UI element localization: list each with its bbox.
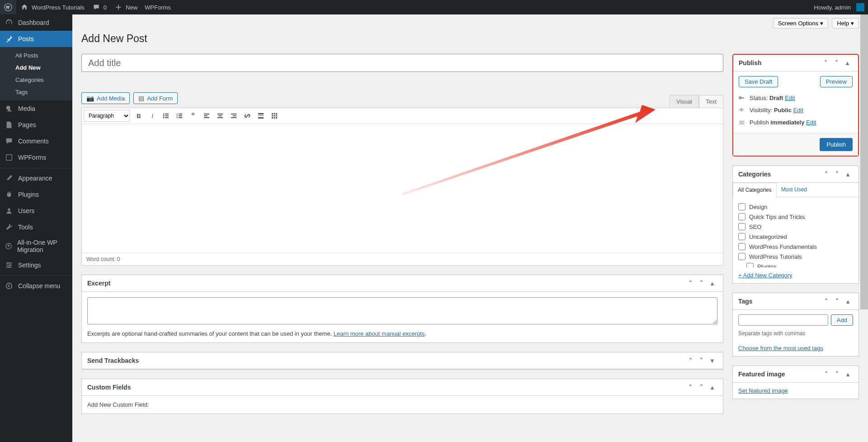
toggle-icon[interactable]: ▴	[842, 298, 853, 305]
account-link[interactable]: Howdy, admin	[811, 0, 868, 14]
menu-plugins[interactable]: Plugins	[0, 186, 72, 203]
add-new-category-link[interactable]: + Add New Category	[738, 272, 793, 279]
set-featured-link[interactable]: Set featured image	[738, 387, 788, 394]
post-title-input[interactable]	[81, 54, 723, 72]
wp-logo[interactable]	[0, 0, 16, 14]
svg-rect-26	[217, 117, 223, 118]
text-tab[interactable]: Text	[699, 95, 723, 108]
move-down-icon[interactable]: ˅	[831, 371, 842, 378]
move-up-icon[interactable]: ˄	[821, 298, 831, 305]
publish-button[interactable]: Publish	[820, 138, 853, 151]
edit-schedule-link[interactable]: Edit	[806, 119, 816, 126]
comments-link[interactable]: 0	[88, 0, 110, 14]
bold-button[interactable]: B	[132, 109, 145, 122]
move-down-icon[interactable]: ˅	[696, 384, 707, 391]
toggle-icon[interactable]: ▴	[842, 59, 853, 67]
align-left-button[interactable]	[200, 109, 213, 122]
edit-visibility-link[interactable]: Edit	[793, 107, 803, 114]
brush-icon	[5, 174, 14, 183]
save-draft-button[interactable]: Save Draft	[739, 76, 778, 87]
toolbar-toggle-button[interactable]	[268, 109, 281, 122]
collapse-icon	[5, 281, 14, 290]
submenu-tags[interactable]: Tags	[0, 86, 72, 98]
edit-status-link[interactable]: Edit	[785, 95, 795, 101]
menu-dashboard[interactable]: Dashboard	[0, 14, 72, 31]
tab-all-categories[interactable]: All Categories	[733, 183, 777, 197]
menu-users[interactable]: Users	[0, 203, 72, 219]
move-up-icon[interactable]: ˄	[685, 280, 696, 287]
site-link[interactable]: WordPress Tutorials	[16, 0, 88, 14]
move-down-icon[interactable]: ˅	[831, 171, 842, 178]
move-down-icon[interactable]: ˅	[696, 357, 707, 364]
menu-collapse[interactable]: Collapse menu	[0, 278, 72, 294]
category-item[interactable]: Quick Tips and Tricks	[738, 212, 853, 222]
menu-aiowp[interactable]: All-in-One WP Migration	[0, 235, 72, 257]
svg-point-1	[6, 106, 10, 110]
menu-comments[interactable]: Comments	[0, 133, 72, 149]
move-down-icon[interactable]: ˅	[831, 298, 842, 305]
category-item[interactable]: SEO	[738, 222, 853, 232]
toggle-icon[interactable]: ▾	[707, 357, 717, 364]
move-up-icon[interactable]: ˄	[820, 59, 831, 67]
menu-wpforms[interactable]: WPForms	[0, 149, 72, 166]
add-tag-button[interactable]: Add	[831, 314, 853, 326]
excerpt-learn-link[interactable]: Learn more about manual excerpts	[334, 330, 425, 337]
move-down-icon[interactable]: ˅	[696, 280, 707, 287]
move-up-icon[interactable]: ˄	[685, 357, 696, 364]
menu-tools[interactable]: Tools	[0, 219, 72, 235]
menu-media[interactable]: Media	[0, 100, 72, 117]
menu-pages[interactable]: Pages	[0, 117, 72, 133]
menu-posts[interactable]: Posts	[0, 31, 72, 47]
add-form-button[interactable]: ▤Add Form	[133, 92, 178, 104]
align-center-button[interactable]	[214, 109, 226, 122]
move-up-icon[interactable]: ˄	[821, 371, 831, 378]
featured-image-box: Featured image˄˅▴ Set featured image	[732, 366, 859, 399]
svg-point-13	[163, 117, 165, 119]
category-item[interactable]: Design	[738, 202, 853, 212]
toggle-icon[interactable]: ▴	[842, 371, 853, 378]
italic-button[interactable]: I	[146, 109, 159, 122]
menu-appearance[interactable]: Appearance	[0, 170, 72, 186]
submenu-all-posts[interactable]: All Posts	[0, 49, 72, 62]
bullet-list-button[interactable]	[160, 109, 172, 122]
category-item[interactable]: WordPress Tutorials	[738, 252, 853, 261]
content-area: Screen Options ▾ Help ▾ Add New Post 📷Ad…	[72, 14, 868, 432]
submenu-categories[interactable]: Categories	[0, 74, 72, 86]
tab-most-used[interactable]: Most Used	[777, 183, 811, 197]
readmore-button[interactable]	[255, 109, 267, 122]
link-button[interactable]	[241, 109, 254, 122]
editor-canvas[interactable]	[82, 124, 723, 253]
site-name: WordPress Tutorials	[32, 4, 85, 11]
format-select[interactable]: Paragraph	[84, 110, 130, 122]
help-button[interactable]: Help ▾	[832, 18, 859, 29]
category-item[interactable]: WordPress Fundamentals	[738, 242, 853, 252]
move-up-icon[interactable]: ˄	[821, 171, 831, 178]
category-item[interactable]: Uncategorized	[738, 232, 853, 242]
screen-options-button[interactable]: Screen Options ▾	[773, 18, 829, 29]
visual-tab[interactable]: Visual	[670, 95, 699, 108]
category-list[interactable]: Design Quick Tips and Tricks SEO Uncateg…	[738, 202, 853, 267]
svg-rect-38	[276, 115, 277, 117]
number-list-button[interactable]: 123	[173, 109, 186, 122]
toggle-icon[interactable]: ▴	[707, 280, 717, 287]
move-up-icon[interactable]: ˄	[685, 384, 696, 391]
tags-title: Tags	[738, 298, 753, 305]
quote-button[interactable]: “	[187, 109, 199, 122]
svg-rect-34	[274, 113, 275, 114]
category-item[interactable]: Plugins	[738, 261, 853, 267]
wpforms-link[interactable]: WPForms	[141, 0, 175, 14]
excerpt-textarea[interactable]	[87, 297, 717, 324]
align-right-button[interactable]	[227, 109, 240, 122]
choose-tags-link[interactable]: Choose from the most used tags	[738, 345, 823, 352]
move-down-icon[interactable]: ˅	[831, 59, 842, 67]
preview-button[interactable]: Preview	[820, 76, 853, 87]
tag-input[interactable]	[738, 314, 828, 326]
add-media-button[interactable]: 📷Add Media	[81, 92, 130, 104]
submenu-add-new[interactable]: Add New	[0, 62, 72, 74]
toggle-icon[interactable]: ▴	[842, 171, 853, 178]
new-link[interactable]: New	[110, 0, 141, 14]
toggle-icon[interactable]: ▴	[707, 384, 717, 391]
migrate-icon	[5, 242, 13, 251]
menu-settings[interactable]: Settings	[0, 257, 72, 273]
browser-scrollbar[interactable]	[860, 0, 868, 432]
